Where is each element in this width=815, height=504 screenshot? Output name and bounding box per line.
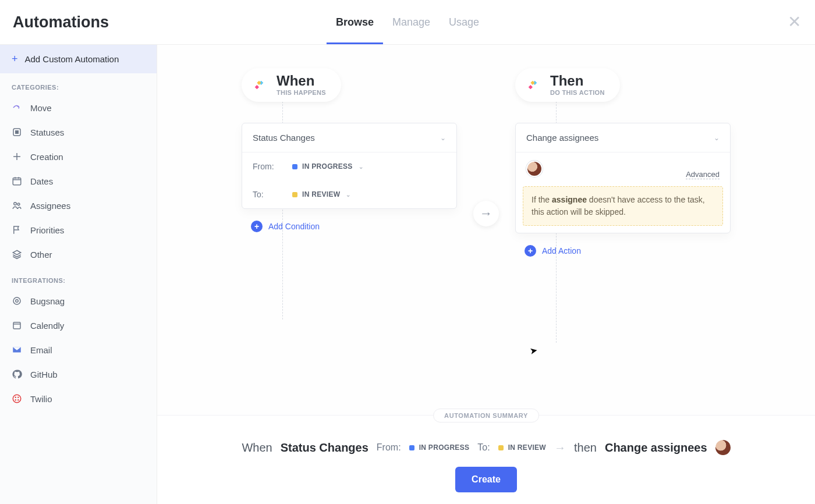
advanced-link[interactable]: Advanced	[686, 170, 720, 179]
calendar-icon	[12, 176, 22, 186]
summary-badge: AUTOMATION SUMMARY	[433, 409, 539, 423]
status-color-icon	[498, 445, 504, 450]
sidebar-item-email[interactable]: Email	[0, 338, 157, 362]
from-row: From: IN PROGRESS ⌄	[242, 152, 456, 180]
svg-rect-1	[16, 131, 19, 134]
when-subtitle: THIS HAPPENS	[277, 89, 326, 96]
sidebar-item-dates[interactable]: Dates	[0, 169, 157, 193]
tab-browse[interactable]: Browse	[327, 0, 383, 44]
sidebar-item-priorities[interactable]: Priorities	[0, 218, 157, 242]
summary-trigger: Status Changes	[281, 441, 368, 455]
sidebar-item-label: Statuses	[30, 127, 64, 137]
plus-circle-icon: +	[251, 221, 263, 232]
clickup-logo-icon	[250, 76, 268, 94]
plus-outline-icon	[12, 151, 22, 162]
svg-point-10	[17, 397, 19, 398]
email-icon	[12, 345, 22, 355]
create-button[interactable]: Create	[455, 467, 517, 492]
arrow-right-icon: →	[473, 201, 499, 226]
svg-point-9	[15, 397, 16, 398]
page-title: Automations	[0, 13, 109, 31]
assignee-avatar[interactable]	[526, 161, 543, 177]
sidebar-item-label: Other	[30, 250, 52, 260]
to-status-value: IN REVIEW	[302, 190, 340, 198]
cursor-icon: ➤	[529, 345, 538, 357]
layers-icon	[12, 249, 22, 260]
when-card: Status Changes ⌄ From: IN PROGRESS ⌄ To:	[242, 123, 457, 209]
tab-manage[interactable]: Manage	[383, 0, 440, 44]
action-dropdown[interactable]: Change assignees ⌄	[516, 123, 730, 152]
chevron-down-icon: ⌄	[359, 164, 363, 170]
when-title: When	[277, 74, 326, 88]
svg-point-3	[14, 203, 17, 205]
from-status-selector[interactable]: IN PROGRESS ⌄	[292, 162, 363, 171]
then-header: Then DO THIS ACTION	[515, 68, 620, 102]
plus-icon: +	[12, 53, 18, 65]
summary-action: Change assignees	[605, 441, 707, 455]
from-status-value: IN PROGRESS	[302, 162, 353, 171]
add-custom-automation-button[interactable]: + Add Custom Automation	[0, 45, 157, 73]
categories-heading: CATEGORIES:	[0, 73, 157, 95]
to-label: To:	[253, 190, 276, 199]
sidebar-item-label: Twilio	[30, 394, 52, 404]
chevron-down-icon: ⌄	[714, 134, 720, 142]
then-subtitle: DO THIS ACTION	[550, 89, 605, 96]
summary-from-status: IN PROGRESS	[409, 443, 470, 452]
assignee-section: Advanced	[516, 152, 730, 183]
arrow-share-icon	[12, 102, 22, 113]
tab-usage[interactable]: Usage	[440, 0, 488, 44]
sidebar-item-label: Assignees	[30, 201, 70, 211]
add-action-button[interactable]: + Add Action	[525, 245, 581, 257]
trigger-label: Status Changes	[253, 133, 315, 143]
svg-point-8	[13, 395, 21, 403]
to-row: To: IN REVIEW ⌄	[242, 180, 456, 208]
summary-from-label: From:	[377, 442, 401, 453]
svg-point-11	[15, 399, 16, 400]
trigger-dropdown[interactable]: Status Changes ⌄	[242, 123, 456, 152]
sidebar-item-statuses[interactable]: Statuses	[0, 120, 157, 144]
sidebar-item-calendly[interactable]: Calendly	[0, 313, 157, 338]
sidebar-item-assignees[interactable]: Assignees	[0, 193, 157, 218]
svg-rect-7	[13, 322, 20, 329]
sidebar-item-twilio[interactable]: Twilio	[0, 386, 157, 411]
then-column: Then DO THIS ACTION Change assignees ⌄ A…	[515, 68, 731, 257]
sidebar-item-github[interactable]: GitHub	[0, 362, 157, 386]
sidebar: + Add Custom Automation CATEGORIES: Move…	[0, 45, 157, 504]
calendly-icon	[12, 320, 22, 331]
summary-assignee-avatar	[715, 440, 731, 455]
svg-point-6	[16, 300, 19, 303]
status-color-icon	[292, 192, 297, 197]
arrow-right-icon: →	[554, 441, 566, 455]
sidebar-item-label: Bugsnag	[30, 296, 65, 306]
square-icon	[12, 127, 22, 137]
header: Automations Browse Manage Usage ✕	[0, 0, 815, 45]
status-color-icon	[409, 445, 414, 450]
status-color-icon	[292, 164, 297, 169]
sidebar-item-other[interactable]: Other	[0, 242, 157, 267]
tabs: Browse Manage Usage	[327, 0, 488, 44]
sidebar-item-label: Calendly	[30, 321, 64, 331]
bugsnag-icon	[12, 296, 22, 306]
sidebar-item-bugsnag[interactable]: Bugsnag	[0, 289, 157, 313]
plus-circle-icon: +	[525, 245, 536, 257]
add-condition-label: Add Condition	[268, 222, 320, 231]
main-content: When THIS HAPPENS Status Changes ⌄ From:…	[157, 45, 815, 504]
twilio-icon	[12, 393, 22, 404]
people-icon	[12, 200, 22, 211]
sidebar-item-move[interactable]: Move	[0, 95, 157, 120]
sidebar-item-creation[interactable]: Creation	[0, 144, 157, 169]
flag-icon	[12, 225, 22, 235]
svg-rect-2	[13, 178, 21, 185]
close-icon[interactable]: ✕	[788, 14, 801, 30]
integrations-heading: INTEGRATIONS:	[0, 267, 157, 289]
sidebar-item-label: GitHub	[30, 370, 58, 379]
add-action-label: Add Action	[542, 246, 581, 255]
sidebar-item-label: Dates	[30, 176, 53, 186]
clickup-logo-icon	[523, 76, 542, 94]
add-condition-button[interactable]: + Add Condition	[251, 221, 320, 232]
flow-area: When THIS HAPPENS Status Changes ⌄ From:…	[157, 45, 815, 257]
sidebar-item-label: Creation	[30, 152, 63, 162]
summary-to-status: IN REVIEW	[498, 443, 546, 452]
summary-then-word: then	[574, 441, 597, 455]
to-status-selector[interactable]: IN REVIEW ⌄	[292, 190, 351, 198]
